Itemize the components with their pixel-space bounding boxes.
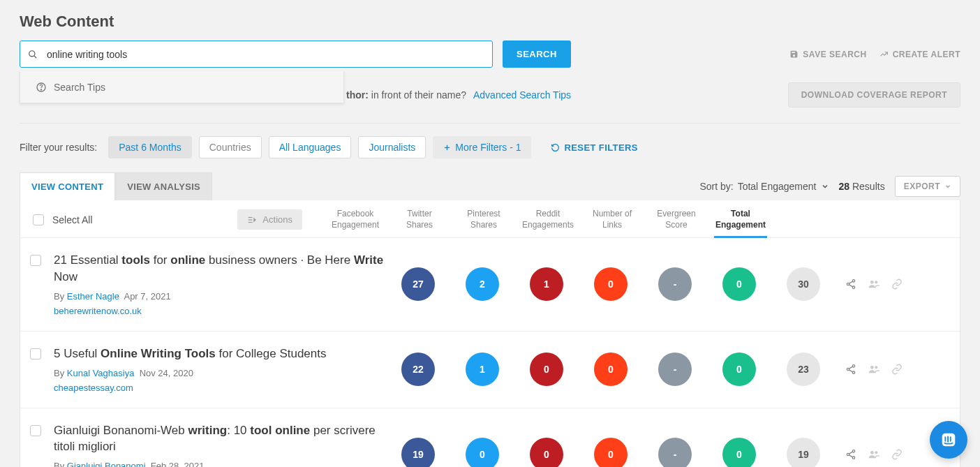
metric-bubble: 0 — [594, 353, 628, 386]
result-title[interactable]: Gianluigi Bonanomi-Web writing: 10 tool … — [54, 422, 386, 456]
export-button[interactable]: EXPORT — [895, 176, 960, 197]
svg-point-24 — [852, 457, 854, 459]
svg-line-19 — [849, 370, 852, 372]
actions-label: Actions — [262, 214, 292, 225]
metric-bubble: 23 — [787, 353, 820, 386]
svg-rect-6 — [248, 222, 253, 223]
reset-label: RESET FILTERS — [564, 142, 637, 153]
filter-more[interactable]: More Filters - 1 — [433, 136, 531, 158]
result-title[interactable]: 21 Essential tools for online business o… — [54, 252, 386, 286]
reset-icon — [551, 143, 560, 152]
author-link[interactable]: Esther Nagle — [67, 291, 119, 302]
svg-point-13 — [870, 281, 874, 284]
metric-bubble: 19 — [401, 438, 435, 467]
column-header[interactable]: PinterestShares — [452, 207, 516, 232]
column-header[interactable]: RedditEngagements — [516, 207, 580, 232]
svg-marker-7 — [254, 217, 257, 222]
row-checkbox[interactable] — [30, 255, 41, 266]
chevron-down-icon — [944, 183, 951, 190]
result-meta: By Gianluigi Bonanomi Feb 28, 2021 — [54, 461, 386, 467]
people-icon[interactable] — [868, 449, 880, 460]
search-button[interactable]: SEARCH — [503, 40, 571, 68]
filter-time[interactable]: Past 6 Months — [108, 136, 192, 158]
tip-key: thor: — [346, 89, 369, 101]
search-tips-dropdown[interactable]: Search Tips — [20, 71, 344, 103]
author-link[interactable]: Kunal Vaghasiya — [67, 368, 135, 378]
column-header[interactable]: TwitterShares — [387, 207, 452, 232]
svg-point-8 — [852, 280, 854, 282]
metric-bubble: - — [658, 353, 692, 386]
link-icon[interactable] — [891, 449, 903, 460]
select-all-label: Select All — [52, 214, 93, 225]
svg-line-25 — [849, 452, 852, 454]
svg-line-18 — [849, 366, 852, 369]
export-label: EXPORT — [904, 181, 940, 191]
svg-point-27 — [870, 451, 874, 454]
link-icon[interactable] — [891, 364, 903, 375]
link-icon[interactable] — [891, 279, 903, 290]
svg-rect-5 — [248, 219, 253, 220]
domain-link[interactable]: cheapestessay.com — [54, 383, 133, 393]
svg-point-28 — [875, 451, 877, 454]
save-search-label: SAVE SEARCH — [803, 50, 866, 59]
result-count: 28 Results — [839, 181, 885, 192]
metric-bubble: 30 — [787, 267, 820, 301]
svg-point-17 — [852, 371, 854, 373]
filter-more-label: More Filters - 1 — [455, 142, 521, 153]
svg-point-30 — [40, 89, 41, 89]
svg-point-16 — [847, 369, 849, 371]
tab-view-content[interactable]: VIEW CONTENT — [20, 172, 115, 200]
result-row: 21 Essential tools for online business o… — [20, 238, 960, 332]
search-icon — [28, 50, 38, 59]
metric-bubble: 0 — [530, 353, 563, 386]
plus-icon — [443, 144, 451, 151]
svg-point-10 — [852, 286, 854, 288]
column-header[interactable]: TotalEngagement — [708, 207, 773, 232]
share-icon[interactable] — [845, 449, 856, 460]
sort-by[interactable]: Sort by: Total Engagement — [699, 181, 829, 192]
svg-line-1 — [34, 56, 36, 58]
filter-languages[interactable]: All Languages — [269, 136, 352, 158]
svg-point-22 — [852, 450, 854, 452]
result-title[interactable]: 5 Useful Online Writing Tools for Colleg… — [54, 346, 327, 362]
metric-bubble: - — [658, 438, 692, 467]
tip-text: in front of their name? — [369, 89, 466, 101]
author-link[interactable]: Gianluigi Bonanomi — [67, 461, 146, 467]
share-icon[interactable] — [845, 364, 856, 375]
svg-point-15 — [852, 365, 854, 367]
page-title: Web Content — [20, 13, 960, 31]
svg-line-11 — [849, 282, 852, 284]
svg-rect-34 — [950, 436, 951, 441]
result-meta: By Esther Nagle Apr 7, 2021 — [54, 291, 386, 302]
svg-rect-4 — [248, 217, 253, 218]
metric-bubble: 0 — [594, 267, 628, 301]
chat-launcher[interactable] — [930, 421, 967, 459]
metric-bubble: - — [658, 267, 692, 301]
result-meta: By Kunal Vaghasiya Nov 24, 2020 — [54, 368, 327, 378]
row-checkbox[interactable] — [30, 348, 41, 359]
people-icon[interactable] — [868, 279, 880, 290]
column-header[interactable]: Number ofLinks — [580, 207, 644, 232]
search-input[interactable] — [20, 40, 493, 68]
share-icon[interactable] — [845, 279, 856, 290]
sort-value: Total Engagement — [738, 181, 817, 192]
metric-bubble: 0 — [466, 438, 499, 467]
people-icon[interactable] — [868, 364, 880, 375]
metric-bubble: 0 — [594, 438, 628, 467]
select-all-checkbox[interactable] — [33, 214, 44, 225]
advanced-tips-link[interactable]: Advanced Search Tips — [473, 89, 571, 101]
download-report-button: DOWNLOAD COVERAGE REPORT — [788, 82, 960, 108]
filter-countries[interactable]: Countries — [199, 136, 262, 158]
metric-bubble: 22 — [401, 353, 435, 386]
column-header[interactable]: FacebookEngagement — [323, 207, 387, 232]
create-alert-button[interactable]: CREATE ALERT — [879, 50, 960, 59]
domain-link[interactable]: beherewritenow.co.uk — [54, 306, 142, 316]
reset-filters[interactable]: RESET FILTERS — [551, 142, 637, 153]
tab-view-analysis[interactable]: VIEW ANALYSIS — [115, 172, 212, 200]
save-search-button[interactable]: SAVE SEARCH — [789, 50, 866, 59]
column-header[interactable]: EvergreenScore — [644, 207, 708, 232]
filter-journalists[interactable]: Journalists — [358, 136, 426, 158]
row-checkbox[interactable] — [30, 425, 41, 436]
metric-bubble: 19 — [787, 438, 820, 467]
svg-line-12 — [849, 285, 852, 287]
